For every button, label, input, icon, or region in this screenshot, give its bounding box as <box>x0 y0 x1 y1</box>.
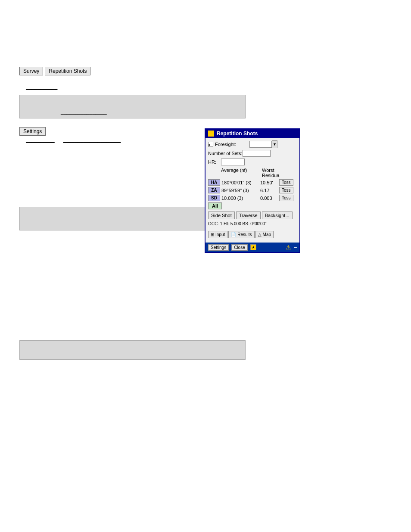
col-headers: Average (nf) Worst Residua <box>208 168 297 178</box>
col-worst-residual: Worst Residua <box>262 168 286 178</box>
breadcrumb-link-1[interactable]: ___________ <box>26 84 57 90</box>
dialog-title-icon <box>208 131 214 137</box>
foresight-row: ▪ Foresight: 2 ▼ <box>208 140 297 148</box>
footer-close-button[interactable]: Close <box>231 244 248 251</box>
map-tab-icon: △ <box>258 232 262 237</box>
foresight-label: Foresight: <box>215 142 249 147</box>
col-empty <box>208 168 221 178</box>
za-residual: 6.17' <box>259 187 278 193</box>
settings-link-1[interactable]: __________ <box>26 137 55 143</box>
hr-input[interactable]: 5.0 ft <box>221 159 245 165</box>
ha-value: 180°00'01" (3) <box>220 180 259 186</box>
side-shot-button[interactable]: Side Shot <box>208 212 235 219</box>
sd-label-btn[interactable]: SD <box>208 195 220 201</box>
map-tab-label: Map <box>263 232 271 237</box>
action-buttons: Side Shot Traverse Backsight... <box>208 212 297 219</box>
collapse-button[interactable]: – <box>294 244 297 250</box>
num-sets-label: Number of Sets: <box>208 151 243 156</box>
top-nav: Survey Repetition Shots <box>19 67 90 75</box>
za-value: 89°59'59" (3) <box>220 187 259 193</box>
gray-bar-1: ________________ <box>19 95 246 118</box>
ha-label-btn[interactable]: HA <box>208 179 220 186</box>
repetition-shots-dialog: Repetition Shots ▪ Foresight: 2 ▼ Number… <box>205 128 300 253</box>
results-tab-label: Results <box>237 232 252 237</box>
dialog-tabs: ⊞ Input 📄 Results △ Map <box>208 229 297 238</box>
foresight-input[interactable]: 2 <box>249 141 272 148</box>
num-sets-input[interactable]: 3 <box>243 150 271 157</box>
survey-button[interactable]: Survey <box>19 67 43 75</box>
ha-residual: 10.50' <box>259 180 278 186</box>
foresight-dropdown: 2 ▼ <box>249 140 277 148</box>
za-label-btn[interactable]: ZA <box>208 187 220 193</box>
input-tab-icon: ⊞ <box>211 232 214 237</box>
col-average: Average (nf) <box>221 168 262 178</box>
traverse-button[interactable]: Traverse <box>236 212 261 219</box>
results-tab-icon: 📄 <box>231 232 236 237</box>
tab-input[interactable]: ⊞ Input <box>208 231 227 238</box>
foresight-checkbox[interactable]: ▪ <box>208 142 213 147</box>
repetition-shots-button[interactable]: Repetition Shots <box>45 67 90 75</box>
gray-bar-2 <box>19 207 209 230</box>
all-button[interactable]: All <box>208 202 222 209</box>
za-data-row: ZA 89°59'59" (3) 6.17' Toss <box>208 187 297 193</box>
settings-label: Settings <box>19 127 46 136</box>
all-btn-container: All <box>208 202 297 212</box>
backsight-button[interactable]: Backsight... <box>262 212 293 219</box>
gray-bar-3 <box>19 340 246 360</box>
footer-settings-button[interactable]: Settings <box>208 244 229 251</box>
hr-label: HR: <box>208 159 221 165</box>
sd-value: 10.000 (3) <box>220 195 259 201</box>
star-button[interactable]: ★ <box>250 244 256 250</box>
tab-map[interactable]: △ Map <box>255 231 274 238</box>
dialog-body: ▪ Foresight: 2 ▼ Number of Sets: 3 HR: 5… <box>206 138 299 243</box>
num-sets-row: Number of Sets: 3 <box>208 150 297 157</box>
dialog-title: Repetition Shots <box>217 131 258 137</box>
dialog-titlebar: Repetition Shots <box>206 129 299 138</box>
input-tab-label: Input <box>215 232 225 237</box>
settings-links: __________ ____________________ <box>26 137 121 143</box>
dialog-footer: Settings Close ★ ⚠ – <box>206 243 299 252</box>
ha-data-row: HA 180°00'01" (3) 10.50' Toss <box>208 179 297 186</box>
occ-info: OCC: 1 HI: 5.000 BS: 0°00'00" <box>208 221 297 226</box>
za-toss-button[interactable]: Toss <box>279 187 293 193</box>
settings-link-2[interactable]: ____________________ <box>63 137 121 143</box>
gray-bar-1-link[interactable]: ________________ <box>61 109 107 115</box>
foresight-dropdown-arrow[interactable]: ▼ <box>272 140 277 148</box>
sd-data-row: SD 10.000 (3) 0.003 Toss <box>208 195 297 201</box>
sd-residual: 0.003 <box>259 195 278 201</box>
tab-results[interactable]: 📄 Results <box>228 231 254 238</box>
warning-icon: ⚠ <box>286 244 291 251</box>
ha-toss-button[interactable]: Toss <box>279 179 293 186</box>
hr-row: HR: 5.0 ft <box>208 159 297 165</box>
sd-toss-button[interactable]: Toss <box>279 195 293 201</box>
